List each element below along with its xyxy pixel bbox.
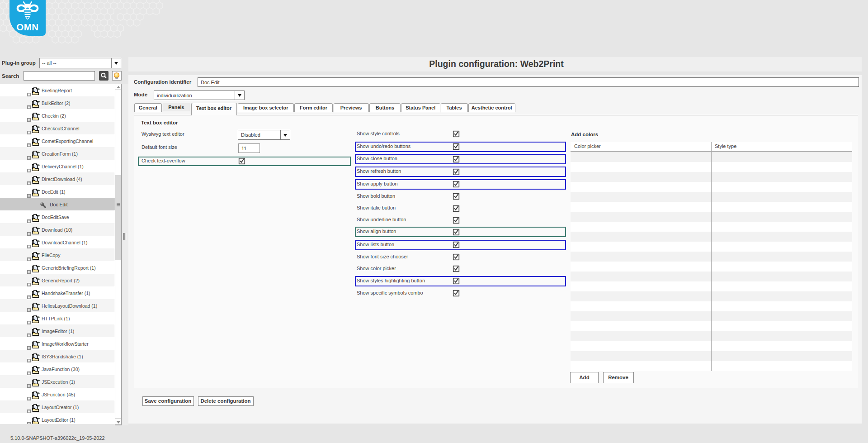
svg-text:OMN: OMN [16,22,38,32]
